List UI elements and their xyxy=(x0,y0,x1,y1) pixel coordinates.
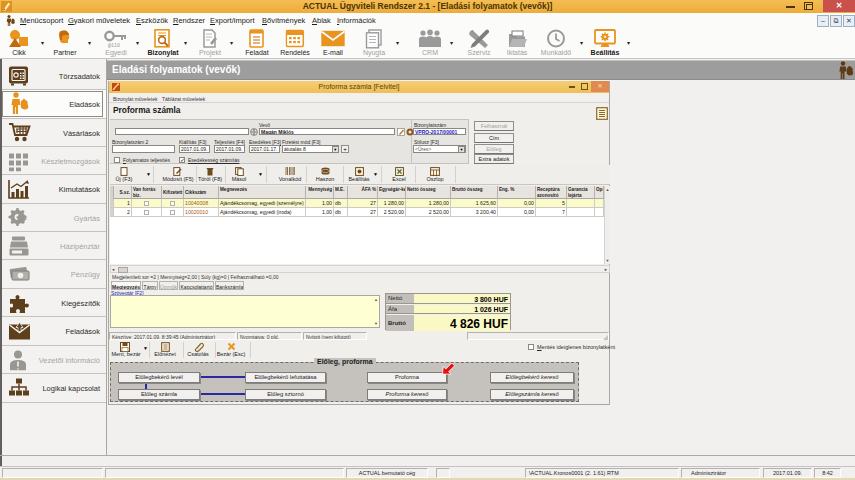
svg-text:@110: @110 xyxy=(108,43,120,49)
